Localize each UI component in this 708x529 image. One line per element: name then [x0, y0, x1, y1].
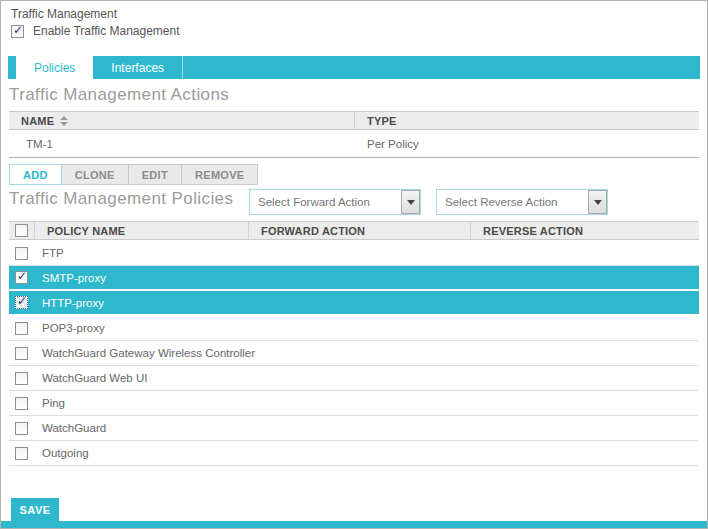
policy-row-smtp-proxy[interactable]: SMTP-proxy: [9, 266, 699, 291]
enable-traffic-management-checkbox[interactable]: [11, 25, 24, 38]
actions-section-heading: Traffic Management Actions: [9, 85, 229, 105]
tab-interfaces[interactable]: Interfaces: [93, 56, 182, 79]
row-checkbox[interactable]: [15, 296, 28, 309]
policy-row-pop3-proxy[interactable]: POP3-proxy: [9, 316, 699, 341]
actions-column-name[interactable]: NAME: [9, 112, 355, 129]
select-forward-action-dropdown[interactable]: Select Forward Action: [249, 189, 421, 215]
tab-bar: Policies Interfaces: [8, 56, 700, 79]
policy-row-watchguard[interactable]: WatchGuard: [9, 416, 699, 441]
edit-button[interactable]: EDIT: [129, 164, 182, 185]
actions-column-type[interactable]: TYPE: [355, 112, 699, 129]
forward-dropdown-value: Select Forward Action: [250, 196, 401, 208]
policy-row-watchguard-gateway-wireless-controller[interactable]: WatchGuard Gateway Wireless Controller: [9, 341, 699, 366]
policies-column-policy-name[interactable]: POLICY NAME: [35, 222, 249, 239]
policies-section-heading: Traffic Management Policies: [9, 189, 233, 209]
policy-name: SMTP-proxy: [28, 272, 106, 284]
remove-button[interactable]: REMOVE: [182, 164, 258, 185]
row-checkbox[interactable]: [15, 422, 28, 435]
select-reverse-action-dropdown[interactable]: Select Reverse Action: [436, 189, 608, 215]
chevron-down-icon: [407, 200, 415, 205]
clone-button[interactable]: CLONE: [62, 164, 129, 185]
policy-row-watchguard-web-ui[interactable]: WatchGuard Web UI: [9, 366, 699, 391]
forward-dropdown-arrow-button[interactable]: [401, 190, 420, 214]
sort-asc-desc-icon[interactable]: [60, 116, 68, 126]
policy-row-ftp[interactable]: FTP: [9, 241, 699, 266]
actions-table-header: NAME TYPE: [9, 111, 699, 130]
actions-table-row[interactable]: TM-1 Per Policy: [9, 131, 699, 158]
row-checkbox[interactable]: [15, 322, 28, 335]
save-button[interactable]: SAVE: [11, 498, 59, 521]
reverse-dropdown-value: Select Reverse Action: [437, 196, 588, 208]
policy-name: WatchGuard Gateway Wireless Controller: [28, 347, 255, 359]
add-button[interactable]: ADD: [9, 164, 62, 185]
policy-name: HTTP-proxy: [28, 297, 104, 309]
traffic-management-page: Traffic Management Enable Traffic Manage…: [0, 0, 708, 529]
policy-name: WatchGuard: [28, 422, 106, 434]
action-name-cell: TM-1: [9, 138, 355, 150]
enable-traffic-management-label: Enable Traffic Management: [33, 24, 180, 38]
bottom-accent-bar: [1, 521, 707, 528]
tab-separator: [182, 56, 183, 79]
policy-row-ping[interactable]: Ping: [9, 391, 699, 416]
policy-name: Outgoing: [28, 447, 89, 459]
row-checkbox[interactable]: [15, 397, 28, 410]
policies-table-header: POLICY NAME FORWARD ACTION REVERSE ACTIO…: [9, 221, 699, 240]
policy-name: POP3-proxy: [28, 322, 105, 334]
page-title: Traffic Management: [11, 7, 117, 21]
enable-traffic-management-row[interactable]: Enable Traffic Management: [11, 24, 180, 38]
chevron-down-icon: [594, 200, 602, 205]
policy-row-http-proxy[interactable]: HTTP-proxy: [9, 291, 699, 316]
select-all-header-cell: [9, 222, 35, 239]
row-checkbox[interactable]: [15, 447, 28, 460]
policy-name: WatchGuard Web UI: [28, 372, 147, 384]
select-all-checkbox[interactable]: [15, 224, 28, 237]
reverse-dropdown-arrow-button[interactable]: [588, 190, 607, 214]
action-buttons-row: ADD CLONE EDIT REMOVE: [9, 164, 258, 185]
policies-table-body: FTP SMTP-proxy HTTP-proxy POP3-proxy Wat…: [9, 241, 699, 466]
row-checkbox[interactable]: [15, 271, 28, 284]
policy-name: FTP: [28, 247, 64, 259]
row-checkbox[interactable]: [15, 247, 28, 260]
policy-row-outgoing[interactable]: Outgoing: [9, 441, 699, 466]
policies-column-reverse-action[interactable]: REVERSE ACTION: [471, 222, 699, 239]
policies-column-forward-action[interactable]: FORWARD ACTION: [249, 222, 471, 239]
action-type-cell: Per Policy: [355, 138, 699, 150]
row-checkbox[interactable]: [15, 372, 28, 385]
policy-name: Ping: [28, 397, 65, 409]
tab-policies[interactable]: Policies: [16, 56, 93, 79]
row-checkbox[interactable]: [15, 347, 28, 360]
